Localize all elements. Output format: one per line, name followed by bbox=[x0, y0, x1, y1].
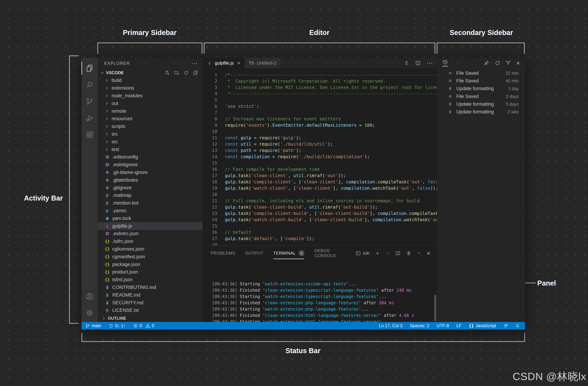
folder-node_modules[interactable]: node_modules bbox=[98, 92, 203, 100]
timeline-item[interactable]: Update formatting1 day bbox=[437, 85, 525, 93]
file-yarn.lock[interactable]: yarn.lock bbox=[98, 214, 203, 222]
new-terminal-icon[interactable] bbox=[375, 251, 380, 256]
file-README.md[interactable]: README.md bbox=[98, 291, 203, 299]
code-text: // Increase max listeners for event emit… bbox=[217, 116, 341, 122]
section-outline[interactable]: OUTLINE bbox=[98, 314, 203, 322]
tab-gulpfile[interactable]: gulpfile.js × bbox=[203, 58, 245, 68]
tab-untitled-2[interactable]: TS Untitled-2 bbox=[245, 58, 280, 68]
split-editor-icon[interactable] bbox=[415, 60, 421, 66]
code-line-25: 25 bbox=[203, 223, 437, 229]
file-.gitignore[interactable]: .gitignore bbox=[98, 184, 203, 192]
language-mode[interactable]: {} JavaScript bbox=[469, 323, 496, 328]
folder-build[interactable]: build bbox=[98, 77, 203, 84]
cursor-position[interactable]: Ln 17, Col 3 bbox=[379, 323, 402, 328]
close-icon[interactable]: × bbox=[516, 60, 520, 66]
folder-scripts[interactable]: scripts bbox=[98, 123, 203, 130]
timeline-item[interactable]: File Saved2 days bbox=[437, 93, 525, 100]
section-vscode[interactable]: VSCODE bbox=[98, 69, 203, 77]
refresh-icon[interactable] bbox=[184, 70, 189, 75]
timeline-item[interactable]: File Saved22 min bbox=[437, 69, 525, 77]
more-actions-icon[interactable]: ⋯ bbox=[427, 60, 432, 66]
shell-picker[interactable]: zsh bbox=[356, 251, 369, 256]
code-line-2: 2 * Copyright (c) Microsoft Corporation.… bbox=[203, 78, 437, 84]
file-SECURITY.md[interactable]: SECURITY.md bbox=[98, 299, 203, 307]
code-line-13: 13const path = require('path'); bbox=[203, 147, 437, 154]
bracket-activity-bar bbox=[69, 55, 79, 324]
code-line-21: 21// Full compile, including nls and inl… bbox=[203, 198, 437, 204]
new-file-icon[interactable] bbox=[165, 70, 170, 75]
code-line-14: 14const compilation = require('./build/l… bbox=[203, 154, 437, 160]
branch-status[interactable]: main bbox=[85, 323, 101, 328]
file-.mailmap[interactable]: .mailmap bbox=[98, 192, 203, 199]
close-tab-icon[interactable]: × bbox=[237, 60, 240, 66]
chevron-icon bbox=[105, 147, 109, 152]
filter-icon[interactable] bbox=[505, 60, 511, 66]
eol[interactable]: LF bbox=[456, 323, 461, 328]
sync-status[interactable]: 0↓ 1↑ bbox=[109, 323, 126, 328]
panel-tab-terminal[interactable]: TERMINAL1 bbox=[273, 246, 304, 260]
file-.mention-bot[interactable]: .mention-bot bbox=[98, 199, 203, 207]
panel-tab-debug-console[interactable]: DEBUG CONSOLE bbox=[314, 246, 346, 260]
file-cglicenses.json[interactable]: {}cglicenses.json bbox=[98, 245, 203, 253]
new-folder-icon[interactable] bbox=[174, 70, 179, 75]
folder-test[interactable]: test bbox=[98, 146, 203, 153]
item-label: README.md bbox=[112, 292, 140, 298]
explorer-more-icon[interactable]: ⋯ bbox=[192, 60, 197, 67]
code-line-10: 10 bbox=[203, 129, 437, 135]
chevron-down-icon[interactable] bbox=[386, 251, 390, 256]
settings-gear-icon[interactable] bbox=[82, 305, 98, 321]
timeline-item[interactable]: File Saved40 min bbox=[437, 77, 525, 85]
folder-src[interactable]: src bbox=[98, 130, 203, 138]
lines-icon bbox=[105, 308, 110, 313]
terminal[interactable]: [09:43:36] Starting 'watch-extension:vsc… bbox=[203, 260, 437, 322]
folder-src[interactable]: src bbox=[98, 138, 203, 146]
file-LICENSE.txt[interactable]: LICENSE.txt bbox=[98, 307, 203, 314]
file-.gitattributes[interactable]: .gitattributes bbox=[98, 176, 203, 184]
line-number: 6 bbox=[203, 103, 217, 109]
explorer-icon[interactable] bbox=[82, 60, 98, 76]
notifications[interactable] bbox=[515, 323, 520, 328]
split-terminal-icon[interactable] bbox=[395, 251, 400, 256]
extensions-icon[interactable] bbox=[82, 126, 98, 143]
panel-tab-problems[interactable]: PROBLEMS bbox=[210, 246, 235, 260]
feedback[interactable] bbox=[503, 323, 508, 328]
timeline-item[interactable]: Update formatting2 wks bbox=[437, 108, 525, 116]
account-icon[interactable] bbox=[82, 288, 98, 305]
search-icon[interactable] bbox=[82, 76, 98, 93]
pin-icon[interactable] bbox=[484, 60, 489, 66]
primary-sidebar: EXPLORER ⋯ VSCODE buildextensionsnode_mo… bbox=[98, 58, 203, 322]
file-.yarnrc[interactable]: .yarnrc bbox=[98, 207, 203, 215]
source-control-icon[interactable] bbox=[82, 93, 98, 110]
folder-remote[interactable]: remote bbox=[98, 107, 203, 115]
close-panel-icon[interactable]: × bbox=[427, 250, 430, 256]
refresh-icon[interactable] bbox=[495, 60, 500, 66]
file-.git-blame-ignore[interactable]: .git-blame-ignore bbox=[98, 169, 203, 176]
folder-resources[interactable]: resources bbox=[98, 115, 203, 123]
terminal-scrollbar[interactable] bbox=[434, 295, 436, 321]
file-.editorconfig[interactable]: .editorconfig bbox=[98, 153, 203, 161]
file-package.json[interactable]: {}package.json bbox=[98, 260, 203, 268]
run-debug-icon[interactable] bbox=[82, 110, 98, 126]
folder-out[interactable]: out bbox=[98, 100, 203, 107]
collapse-all-icon[interactable] bbox=[193, 70, 198, 75]
encoding[interactable]: UTF-8 bbox=[437, 323, 449, 328]
file-product.json[interactable]: {}product.json bbox=[98, 268, 203, 276]
file-tsfmt.json[interactable]: {}tsfmt.json bbox=[98, 276, 203, 284]
indentation[interactable]: Spaces: 2 bbox=[410, 323, 429, 328]
file-.lsifrc.json[interactable]: {}.lsifrc.json bbox=[98, 238, 203, 245]
open-changes-icon[interactable] bbox=[404, 60, 409, 66]
problems-status[interactable]: 0 0 bbox=[133, 323, 154, 328]
timeline-item[interactable]: Update formatting5 days bbox=[437, 100, 525, 108]
maximize-panel-icon[interactable] bbox=[417, 251, 421, 256]
file-.eslintrc.json[interactable]: .eslintrc.json bbox=[98, 230, 203, 238]
file-CONTRIBUTING.md[interactable]: CONTRIBUTING.md bbox=[98, 284, 203, 291]
kill-terminal-icon[interactable] bbox=[406, 251, 411, 256]
history-icon[interactable] bbox=[442, 60, 448, 66]
file-.eslintignore[interactable]: .eslintignore bbox=[98, 161, 203, 169]
yarn-icon bbox=[105, 216, 110, 221]
file-gulpfile.js[interactable]: gulpfile.js bbox=[98, 222, 203, 230]
panel-tab-output[interactable]: OUTPUT bbox=[245, 246, 263, 260]
folder-extensions[interactable]: extensions bbox=[98, 84, 203, 92]
file-cgmanifest.json[interactable]: {}cgmanifest.json bbox=[98, 253, 203, 260]
code-editor[interactable]: 1/*-------------------------------------… bbox=[203, 68, 437, 246]
